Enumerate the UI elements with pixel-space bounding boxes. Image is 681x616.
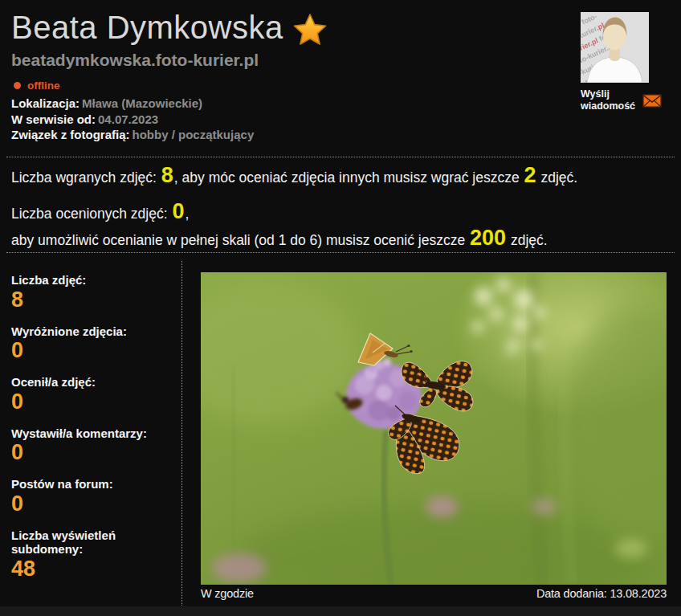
notice-text: Liczba wgranych zdjęć: <box>11 169 161 186</box>
notice-upload-count: Liczba wgranych zdjęć: 8, aby móc ocenia… <box>11 163 577 190</box>
avatar: foto-kur.pl foto- er.pl foto-kurier.pl f… <box>581 12 649 83</box>
notice-rating-requirement: aby umożliwić ocenianie w pełnej skali (… <box>11 226 548 252</box>
notice-text: zdjęć. <box>507 232 548 248</box>
info-row-photography-relation: Związek z fotografią:hobby / początkując… <box>11 127 254 143</box>
divider-middle <box>6 252 675 253</box>
notice-text: , aby móc oceniać zdjęcia innych musisz … <box>174 169 524 186</box>
envelope-icon[interactable] <box>642 94 662 108</box>
notice-rated-count: Liczba ocenionych zdjęć: 0, <box>11 199 189 226</box>
info-row-member-since: W serwisie od:04.07.2023 <box>11 112 254 128</box>
stat-comments: Wystawił/a komentarzy: 0 <box>11 426 177 465</box>
send-message-button[interactable]: Wyślij wiadomość <box>581 88 643 112</box>
rated-photos-count: 0 <box>171 199 185 223</box>
notice-text: aby umożliwić ocenianie w pełnej skali (… <box>11 232 469 248</box>
stat-forum-posts: Postów na forum: 0 <box>11 477 177 516</box>
profile-page: Beata Dymkowska beatadymkowska.foto-kuri… <box>0 0 681 616</box>
stat-subdomain-views: Liczba wyświetleń subdomeny: 48 <box>11 528 177 581</box>
footer-strip <box>0 606 681 616</box>
status-dot <box>14 82 21 89</box>
page-title: Beata Dymkowska <box>11 10 283 45</box>
divider-top <box>6 157 675 157</box>
stat-rated-photos: Ocenił/a zdjęć: 0 <box>11 375 177 414</box>
photo-caption: W zgodzie Data dodania: 13.08.2023 <box>201 587 667 600</box>
notice-text: zdjęć. <box>537 169 578 186</box>
photo-date: Data dodania: 13.08.2023 <box>536 587 667 600</box>
vertical-divider <box>181 261 182 609</box>
profile-photo[interactable] <box>201 272 667 585</box>
uploaded-photos-count: 8 <box>161 163 174 187</box>
photos-needed-count: 2 <box>524 163 537 187</box>
ratings-needed-count: 200 <box>469 226 507 250</box>
notice-text: , <box>185 206 189 222</box>
star-icon <box>293 13 327 45</box>
stat-photo-count: Liczba zdjęć: 8 <box>11 273 177 312</box>
photo-title[interactable]: W zgodzie <box>201 587 254 600</box>
stats-sidebar: Liczba zdjęć: 8 Wyróżnione zdjęcia: 0 Oc… <box>11 273 177 594</box>
user-info: Lokalizacja:Mława (Mazowieckie) W serwis… <box>11 96 254 143</box>
status-badge: offline <box>14 80 60 92</box>
header: Beata Dymkowska <box>11 10 327 45</box>
info-row-location: Lokalizacja:Mława (Mazowieckie) <box>11 96 254 112</box>
stat-featured-photos: Wyróżnione zdjęcia: 0 <box>11 324 177 363</box>
subdomain-link[interactable]: beatadymkowska.foto-kurier.pl <box>11 51 259 70</box>
status-label: offline <box>27 80 60 92</box>
notice-text: Liczba ocenionych zdjęć: <box>11 206 171 222</box>
